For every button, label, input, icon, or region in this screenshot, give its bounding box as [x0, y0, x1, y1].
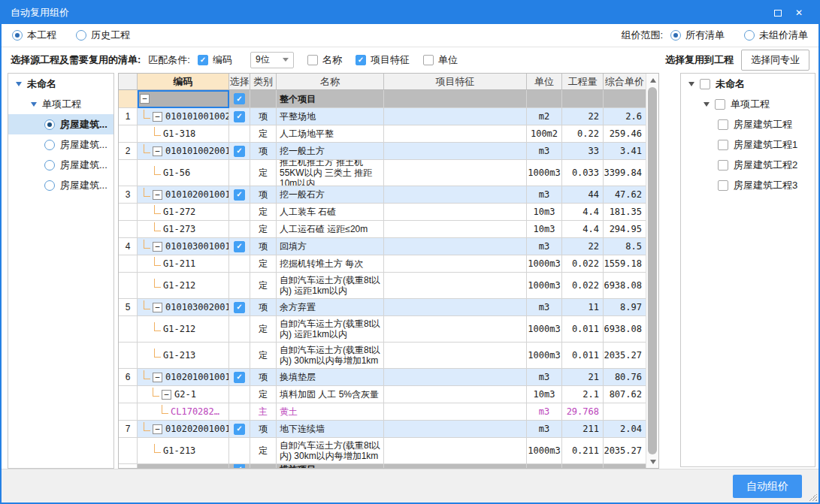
col-name-header[interactable]: 名称: [277, 74, 384, 90]
select-cell[interactable]: [229, 90, 250, 108]
radio-icon[interactable]: [44, 119, 55, 130]
name-cell[interactable]: 黄土: [277, 403, 384, 421]
checkbox-icon[interactable]: [715, 99, 725, 110]
table-row[interactable]: −G1-213 定 自卸汽车运土方(载重8t以内) 30km以内每增加1km 1…: [119, 343, 646, 369]
checkbox-icon[interactable]: [234, 424, 245, 435]
name-cell[interactable]: 人工运石碴 运距≤20m: [277, 221, 384, 238]
left-tree-root[interactable]: 未命名: [8, 74, 113, 94]
table-row[interactable]: − 整个项目: [119, 90, 646, 108]
collapse-icon[interactable]: −: [140, 94, 150, 104]
code-cell[interactable]: −G1-272: [138, 204, 229, 221]
right-tree-item[interactable]: 房屋建筑工程2: [681, 155, 815, 175]
scrollbar-thumb[interactable]: [648, 87, 657, 454]
table-row[interactable]: −G1-56 定 推土机推土方 推土机55KW以内 三类土 推距10m以内 10…: [119, 160, 646, 186]
name-cell[interactable]: 挖掘机转堆土方 每次: [277, 255, 384, 273]
select-cell[interactable]: [229, 438, 250, 464]
collapse-icon[interactable]: −: [153, 112, 162, 122]
feature-cell[interactable]: [384, 299, 527, 316]
right-tree-group[interactable]: 单项工程: [681, 94, 815, 114]
table-row[interactable]: 5 −010103002001 项 余方弃置 m3 11 8.97: [119, 299, 646, 316]
collapse-icon[interactable]: −: [153, 424, 162, 434]
left-tree-item[interactable]: 房屋建筑...: [8, 175, 113, 195]
radio-unpriced-lists[interactable]: 未组价清单: [744, 29, 808, 42]
code-cell[interactable]: −G1-211: [138, 255, 229, 273]
select-cell[interactable]: [229, 273, 250, 299]
feature-cell[interactable]: [384, 464, 527, 468]
code-cell[interactable]: −CL170282…: [138, 403, 229, 421]
feature-cell[interactable]: [384, 369, 527, 386]
radio-icon[interactable]: [44, 140, 55, 150]
name-cell[interactable]: 平整场地: [277, 108, 384, 125]
radio-this-project[interactable]: 本工程: [12, 29, 56, 42]
name-cell[interactable]: 自卸汽车运土方(载重8t以内) 30km以内每增加1km: [277, 438, 384, 464]
select-cell[interactable]: [229, 403, 250, 421]
col-unit-header[interactable]: 单位: [527, 74, 562, 90]
feature-cell[interactable]: [384, 438, 527, 464]
chevron-expanded-icon[interactable]: [704, 102, 710, 107]
chevron-expanded-icon[interactable]: [688, 82, 694, 86]
feature-cell[interactable]: [384, 125, 527, 143]
name-cell[interactable]: 自卸汽车运土方(载重8t以内) 30km以内每增加1km: [277, 343, 384, 369]
code-cell[interactable]: −G1-56: [138, 160, 229, 186]
collapse-icon[interactable]: −: [153, 373, 162, 382]
feature-cell[interactable]: [384, 386, 527, 403]
col-category-header[interactable]: 类别: [250, 74, 277, 90]
table-row[interactable]: 7 −010202001001 项 地下连续墙 m3 211 2.04: [119, 421, 646, 438]
name-cell[interactable]: 挖一般石方: [277, 186, 384, 204]
checkbox-icon[interactable]: [718, 140, 728, 150]
collapse-icon[interactable]: −: [153, 190, 162, 200]
code-cell[interactable]: −G1-273: [138, 221, 229, 238]
code-cell[interactable]: −010103001001: [138, 238, 229, 255]
name-cell[interactable]: 挖一般土方: [277, 143, 384, 160]
feature-cell[interactable]: [384, 221, 527, 238]
code-cell[interactable]: −010101001002: [138, 108, 229, 125]
select-cell[interactable]: [229, 386, 250, 403]
col-select-header[interactable]: 选择: [229, 74, 250, 90]
table-row[interactable]: −G1-318 定 人工场地平整 100m2 0.22 259.46: [119, 125, 646, 143]
name-cell[interactable]: 推土机推土方 推土机55KW以内 三类土 推距10m以内: [277, 160, 384, 186]
checkbox-icon[interactable]: [234, 302, 245, 313]
close-button[interactable]: ✕: [788, 5, 809, 21]
select-cell[interactable]: [229, 221, 250, 238]
checkbox-icon[interactable]: [718, 119, 728, 130]
checkbox-icon[interactable]: [234, 464, 245, 468]
checkbox-name[interactable]: 名称: [307, 53, 342, 67]
collapse-icon[interactable]: −: [162, 390, 171, 400]
left-tree-group[interactable]: 单项工程: [8, 94, 113, 114]
scroll-up-icon[interactable]: [646, 74, 659, 86]
feature-cell[interactable]: [384, 421, 527, 438]
feature-cell[interactable]: [384, 143, 527, 160]
table-row[interactable]: −G1-212 定 自卸汽车运土方(载重8t以内) 运距1km以内 1000m3…: [119, 273, 646, 299]
code-cell[interactable]: −010101002001: [138, 143, 229, 160]
feature-cell[interactable]: [384, 316, 527, 343]
feature-cell[interactable]: [384, 108, 527, 125]
select-cell[interactable]: [229, 238, 250, 255]
select-cell[interactable]: [229, 204, 250, 221]
collapse-icon[interactable]: −: [153, 303, 162, 312]
select-cell[interactable]: [229, 421, 250, 438]
checkbox-icon[interactable]: [700, 79, 710, 89]
radio-icon[interactable]: [44, 160, 55, 171]
table-vertical-scrollbar[interactable]: [646, 74, 658, 468]
right-tree-root[interactable]: 未命名: [681, 74, 815, 94]
checkbox-icon[interactable]: [234, 111, 245, 122]
left-tree-item[interactable]: 房屋建筑...: [8, 134, 113, 155]
feature-cell[interactable]: [384, 403, 527, 421]
name-cell[interactable]: 回填方: [277, 238, 384, 255]
collapse-icon[interactable]: −: [153, 242, 162, 252]
radio-all-lists[interactable]: 所有清单: [670, 29, 725, 42]
code-digits-dropdown[interactable]: 9位: [250, 52, 294, 68]
select-cell[interactable]: [229, 369, 250, 386]
name-cell[interactable]: 人工场地平整: [277, 125, 384, 143]
select-cell[interactable]: [229, 143, 250, 160]
checkbox-icon[interactable]: [234, 146, 245, 157]
select-cell[interactable]: [229, 255, 250, 273]
feature-cell[interactable]: [384, 273, 527, 299]
checkbox-icon[interactable]: [234, 241, 245, 252]
code-cell[interactable]: −G2-1: [138, 386, 229, 403]
right-tree-item[interactable]: 房屋建筑工程3: [681, 175, 815, 195]
table-row[interactable]: 4 −010103001001 项 回填方 m3 22 8.5: [119, 238, 646, 255]
right-tree-item[interactable]: 房屋建筑工程: [681, 114, 815, 134]
name-cell[interactable]: 自卸汽车运土方(载重8t以内) 运距1km以内: [277, 316, 384, 343]
col-price-header[interactable]: 综合单价: [604, 74, 646, 90]
